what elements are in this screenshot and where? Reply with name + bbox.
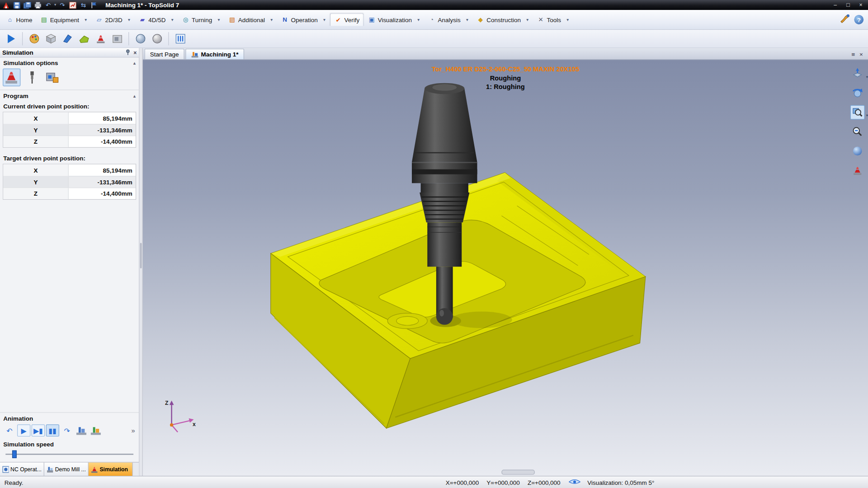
- pin-icon[interactable]: [125, 49, 131, 56]
- undo-icon[interactable]: ↶: [44, 1, 53, 9]
- operation-dropdown-icon[interactable]: ▾: [321, 17, 327, 22]
- step-forward-button[interactable]: ▶▮: [32, 424, 45, 436]
- ribbon-tab-operation[interactable]: N Operation: [277, 14, 321, 26]
- 4d5d-dropdown-icon[interactable]: ▾: [170, 17, 175, 22]
- redo-icon[interactable]: ↷: [58, 1, 67, 9]
- tab-demo-mill[interactable]: Demo Mill ...: [44, 463, 89, 476]
- refresh-icon[interactable]: ⇆: [79, 1, 88, 9]
- theme-brush-icon[interactable]: [840, 14, 851, 26]
- machine-housing-icon[interactable]: [109, 31, 124, 46]
- print-icon[interactable]: [33, 1, 42, 9]
- ribbon-tab-home[interactable]: ⌂ Home: [2, 14, 36, 26]
- dropdown-icon[interactable]: ▾: [866, 113, 868, 118]
- save-icon[interactable]: [12, 1, 21, 9]
- maximize-button[interactable]: □: [843, 1, 854, 9]
- orbit-view-button[interactable]: [850, 86, 865, 100]
- machine-mode-button[interactable]: [75, 424, 88, 436]
- turning-dropdown-icon[interactable]: ▾: [216, 17, 222, 22]
- ribbon-tab-construction[interactable]: ◆ Construction: [473, 14, 525, 26]
- machine-config-option-button[interactable]: [44, 69, 61, 86]
- doc-tab-machining[interactable]: Machining 1*: [185, 49, 244, 59]
- export-icon[interactable]: [68, 1, 77, 9]
- tab-nc-operations[interactable]: NC Operat...: [0, 463, 44, 476]
- ribbon-tab-2d3d[interactable]: ▱ 2D/3D: [91, 14, 126, 26]
- analysis-dropdown-icon[interactable]: ▾: [464, 17, 470, 22]
- shaded-render-button[interactable]: [850, 144, 865, 158]
- collision-sphere-icon[interactable]: [133, 31, 148, 46]
- material-sphere-icon[interactable]: [150, 31, 165, 46]
- tab-label: Verify: [344, 17, 360, 23]
- 3d-viewport[interactable]: Tor_H400 ER D25-2-060-C25_50 MAXIN 20X10…: [143, 60, 868, 476]
- tab-label: Additional: [238, 16, 265, 23]
- doc-tab-start-page[interactable]: Start Page: [145, 49, 184, 59]
- tab-label: 4D/5D: [148, 16, 165, 23]
- control-panel-icon[interactable]: [173, 31, 188, 46]
- construction-dropdown-icon[interactable]: ▾: [525, 17, 530, 22]
- pause-button[interactable]: ▮▮: [46, 424, 59, 436]
- help-icon[interactable]: ?: [854, 15, 863, 24]
- simulation-view-button[interactable]: [850, 163, 865, 178]
- document-area: Start Page Machining 1* ≡ ×: [143, 48, 868, 476]
- simulation-options-row: [0, 67, 139, 90]
- tab-label: Start Page: [150, 51, 179, 58]
- 2d3d-dropdown-icon[interactable]: ▾: [126, 17, 132, 22]
- panel-splitter[interactable]: [140, 48, 143, 476]
- dropdown-icon[interactable]: ▾: [866, 75, 868, 79]
- replay-button[interactable]: ↷: [60, 424, 73, 436]
- equipment-dropdown-icon[interactable]: ▾: [83, 17, 89, 22]
- collapse-icon[interactable]: ▴: [133, 93, 136, 98]
- ribbon-tab-analysis[interactable]: ◔ Analysis: [424, 14, 464, 26]
- ribbon-tab-tools[interactable]: ✕ Tools: [533, 14, 565, 26]
- splitter-grip[interactable]: [140, 243, 142, 268]
- tool-display-icon[interactable]: [60, 31, 75, 46]
- additional-icon: ▨: [228, 17, 236, 23]
- simulation-speed-slider[interactable]: [5, 450, 133, 459]
- zoom-window-button[interactable]: ▾: [850, 105, 865, 120]
- ribbon-tab-verify[interactable]: ✔ Verify: [330, 13, 364, 26]
- collapse-icon[interactable]: ▴: [133, 61, 136, 66]
- color-palette-icon[interactable]: [27, 31, 42, 46]
- view-orientation-button[interactable]: ▾: [850, 66, 865, 81]
- tab-simulation[interactable]: Simulation: [89, 463, 133, 476]
- ribbon-tab-equipment[interactable]: ▤ Equipment: [36, 14, 83, 26]
- machine-simulation-option-button[interactable]: [3, 69, 20, 86]
- ribbon-tab-turning[interactable]: ◎ Turning: [178, 14, 216, 26]
- close-document-icon[interactable]: ×: [859, 51, 863, 58]
- ribbon-tab-additional[interactable]: ▨ Additional: [224, 14, 269, 26]
- stock-mode-button[interactable]: [89, 424, 102, 436]
- tools-dropdown-icon[interactable]: ▾: [565, 17, 571, 22]
- flag-icon[interactable]: [90, 1, 99, 9]
- visualization-dropdown-icon[interactable]: ▾: [416, 17, 421, 22]
- save-all-icon[interactable]: [23, 1, 32, 9]
- slider-thumb[interactable]: [12, 450, 17, 458]
- tab-label: Machining 1*: [201, 51, 238, 58]
- spindle-option-button[interactable]: [23, 69, 41, 86]
- tab-label: Home: [16, 16, 33, 23]
- status-x: X=+000,000: [446, 479, 480, 486]
- undo-dropdown-icon[interactable]: ▾: [54, 3, 56, 7]
- minimize-button[interactable]: –: [830, 1, 841, 9]
- program-section-header[interactable]: Program ▴: [0, 90, 139, 100]
- play-button[interactable]: ▶: [17, 424, 30, 436]
- simulation-options-header[interactable]: Simulation options ▴: [0, 57, 139, 67]
- play-simulation-button[interactable]: [3, 31, 18, 46]
- ribbon-tab-4d5d[interactable]: ▰ 4D/5D: [135, 14, 170, 26]
- topsolid-logo-icon[interactable]: [2, 1, 11, 9]
- tab-label: Construction: [486, 16, 521, 23]
- part-display-icon[interactable]: [76, 31, 91, 46]
- simulation-panel-header: Simulation ×: [0, 48, 139, 58]
- panel-close-icon[interactable]: ×: [133, 50, 137, 56]
- zoom-out-button[interactable]: [850, 125, 865, 139]
- machine-simulation-icon[interactable]: [93, 31, 108, 46]
- ribbon-tab-visualization[interactable]: ▣ Visualization: [364, 14, 416, 26]
- close-button[interactable]: ×: [855, 1, 866, 9]
- axis-value: -131,346mm: [69, 125, 136, 136]
- tab-label: 2D/3D: [105, 16, 123, 23]
- tab-list-icon[interactable]: ≡: [851, 51, 855, 58]
- rewind-button[interactable]: ↶: [3, 424, 16, 436]
- horizontal-scrollbar[interactable]: [501, 470, 534, 475]
- additional-dropdown-icon[interactable]: ▾: [269, 17, 274, 22]
- 2d3d-icon: ▱: [95, 17, 103, 23]
- overflow-icon[interactable]: »: [132, 427, 137, 434]
- stock-display-icon[interactable]: [43, 31, 58, 46]
